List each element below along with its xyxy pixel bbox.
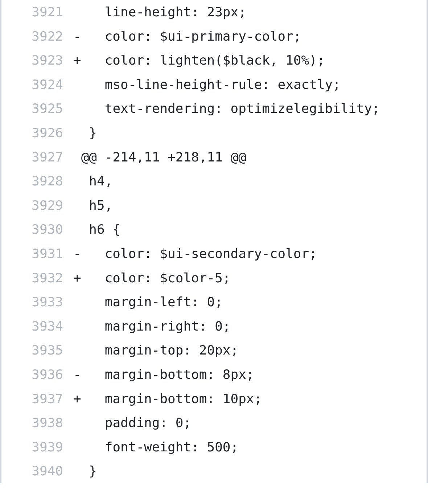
line-code: @@ -214,11 +218,11 @@ bbox=[73, 145, 427, 169]
diff-line: 3929 h5, bbox=[1, 193, 427, 218]
diff-line: 3939 font-weight: 500; bbox=[1, 435, 427, 459]
diff-line: 3921 line-height: 23px; bbox=[1, 0, 427, 24]
line-code: margin-left: 0; bbox=[73, 290, 427, 314]
diff-line: 3923 + color: lighten($black, 10%); bbox=[1, 48, 427, 73]
line-number: 3937 bbox=[1, 387, 73, 411]
diff-line: 3922 - color: $ui-primary-color; bbox=[1, 24, 427, 49]
diff-line: 3924 mso-line-height-rule: exactly; bbox=[1, 73, 427, 97]
line-code: padding: 0; bbox=[73, 411, 427, 435]
diff-line: 3928 h4, bbox=[1, 169, 427, 193]
line-code: h6 { bbox=[73, 217, 427, 242]
diff-line: 3938 padding: 0; bbox=[1, 411, 427, 435]
line-number: 3923 bbox=[1, 48, 73, 73]
line-number: 3928 bbox=[1, 169, 73, 193]
line-number: 3931 bbox=[1, 242, 73, 266]
diff-line: 3931 - color: $ui-secondary-color; bbox=[1, 242, 427, 266]
diff-line: 3926 } bbox=[1, 121, 427, 145]
line-code: + margin-bottom: 10px; bbox=[73, 387, 427, 411]
diff-line: 3940 } bbox=[1, 459, 427, 483]
diff-line: 3936 - margin-bottom: 8px; bbox=[1, 362, 427, 387]
line-code: - margin-bottom: 8px; bbox=[73, 362, 427, 387]
line-number: 3932 bbox=[1, 266, 73, 290]
diff-line: 3935 margin-top: 20px; bbox=[1, 338, 427, 362]
line-number: 3936 bbox=[1, 362, 73, 387]
diff-line: 3927 @@ -214,11 +218,11 @@ bbox=[1, 145, 427, 169]
line-code: + color: $color-5; bbox=[73, 266, 427, 290]
line-code: font-weight: 500; bbox=[73, 435, 427, 459]
line-code: line-height: 23px; bbox=[73, 0, 427, 24]
line-number: 3935 bbox=[1, 338, 73, 362]
line-number: 3938 bbox=[1, 411, 73, 435]
diff-line: 3930 h6 { bbox=[1, 217, 427, 242]
line-code: mso-line-height-rule: exactly; bbox=[73, 73, 427, 97]
line-number: 3925 bbox=[1, 97, 73, 121]
diff-line: 3925 text-rendering: optimizelegibility; bbox=[1, 97, 427, 121]
diff-line: 3933 margin-left: 0; bbox=[1, 290, 427, 314]
line-code: + color: lighten($black, 10%); bbox=[73, 48, 427, 73]
diff-line: 3934 margin-right: 0; bbox=[1, 314, 427, 339]
diff-block: 3921 line-height: 23px; 3922 - color: $u… bbox=[0, 0, 428, 483]
line-number: 3930 bbox=[1, 217, 73, 242]
line-code: margin-right: 0; bbox=[73, 314, 427, 339]
line-number: 3940 bbox=[1, 459, 73, 483]
line-code: } bbox=[73, 121, 427, 145]
line-number: 3922 bbox=[1, 24, 73, 49]
diff-line: 3937 + margin-bottom: 10px; bbox=[1, 387, 427, 411]
line-number: 3924 bbox=[1, 73, 73, 97]
line-number: 3926 bbox=[1, 121, 73, 145]
line-code: - color: $ui-secondary-color; bbox=[73, 242, 427, 266]
line-code: text-rendering: optimizelegibility; bbox=[73, 97, 427, 121]
line-number: 3934 bbox=[1, 314, 73, 339]
line-code: margin-top: 20px; bbox=[73, 338, 427, 362]
line-number: 3939 bbox=[1, 435, 73, 459]
line-code: } bbox=[73, 459, 427, 483]
line-number: 3927 bbox=[1, 145, 73, 169]
line-number: 3933 bbox=[1, 290, 73, 314]
line-number: 3929 bbox=[1, 193, 73, 218]
line-code: h4, bbox=[73, 169, 427, 193]
line-number: 3921 bbox=[1, 0, 73, 24]
line-code: h5, bbox=[73, 193, 427, 218]
diff-line: 3932 + color: $color-5; bbox=[1, 266, 427, 290]
line-code: - color: $ui-primary-color; bbox=[73, 24, 427, 49]
